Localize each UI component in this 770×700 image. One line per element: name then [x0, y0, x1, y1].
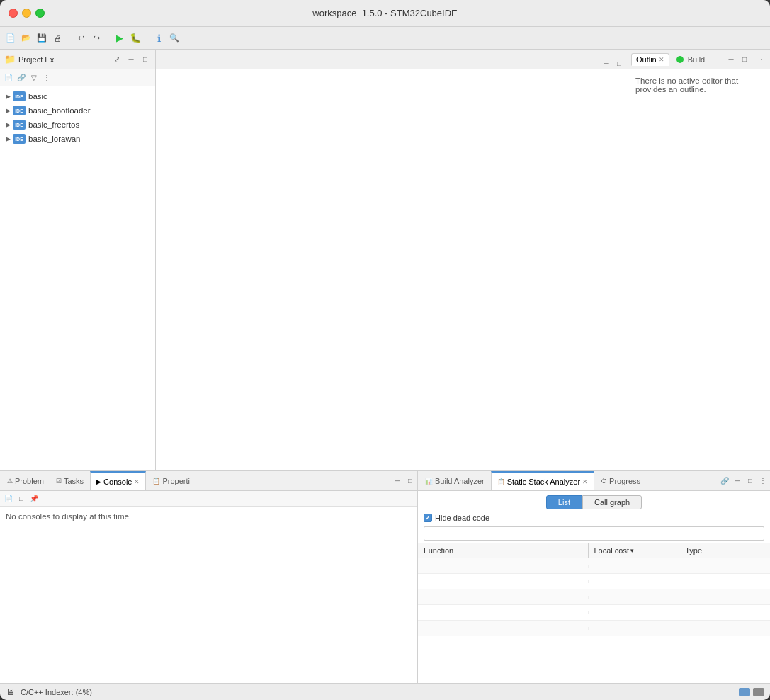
tab-properties[interactable]: 📋 Properti	[147, 471, 196, 490]
redo-button[interactable]: ↪	[89, 30, 104, 46]
toolbar-build-group: ▶ 🐛	[112, 30, 143, 46]
right-panel-more[interactable]: ⋮	[756, 54, 767, 65]
sidebar-minimize-icon[interactable]: ─	[125, 54, 137, 65]
open-console-icon[interactable]: □	[16, 493, 27, 504]
table-row[interactable]	[418, 621, 770, 636]
status-icons	[739, 688, 764, 696]
open-button[interactable]: 📂	[18, 30, 34, 46]
stack-more-icon[interactable]: ⋮	[757, 475, 769, 487]
tree-label-basic: basic	[28, 92, 47, 101]
new-button[interactable]: 📄	[3, 30, 18, 46]
td-localcost-5	[589, 627, 680, 630]
stack-tab-close[interactable]: ✕	[582, 478, 588, 485]
status-icon-1[interactable]	[739, 688, 750, 696]
tree-item-basic-lorawan[interactable]: ▶ IDE basic_lorawan	[0, 132, 155, 146]
tab-problem[interactable]: ⚠ Problem	[1, 471, 50, 490]
save-button[interactable]: 💾	[34, 30, 50, 46]
tree-arrow-lorawan: ▶	[6, 135, 13, 142]
console-sub-toolbar: 📄 □ 📌	[0, 491, 417, 507]
col-localcost-label: Local cost	[594, 546, 630, 555]
right-panel-tabs: Outlin ✕ Build ─ □ ⋮	[628, 50, 770, 69]
hide-dead-code-label[interactable]: Hide dead code	[435, 514, 489, 522]
sidebar-link-icon[interactable]: 🔗	[16, 72, 27, 84]
td-localcost-1	[589, 565, 680, 568]
table-row[interactable]	[418, 558, 770, 574]
tree-label-lorawan: basic_lorawan	[28, 135, 81, 143]
search-button[interactable]: 🔍	[166, 30, 182, 46]
console-tab-close[interactable]: ✕	[134, 478, 140, 485]
sidebar-title: Project Ex	[18, 55, 108, 64]
sep2	[108, 32, 108, 45]
console-panel: ⚠ Problem ☑ Tasks ▶ Console ✕ 📋 Prope	[0, 471, 418, 683]
hide-dead-code-checkbox[interactable]	[424, 514, 432, 522]
console-maximize-icon[interactable]: □	[404, 475, 416, 487]
editor-header-icons: ─ □	[601, 57, 628, 69]
minimize-button[interactable]	[22, 9, 31, 18]
console-tab-label: Console	[103, 478, 132, 486]
td-localcost-2	[589, 580, 680, 583]
td-type-4	[679, 611, 770, 614]
toolbar-misc-group: ℹ 🔍	[151, 30, 182, 46]
right-panel-maximize[interactable]: □	[739, 54, 750, 65]
table-header: Function Local cost ▾ Type	[418, 543, 770, 558]
window-title: workspace_1.5.0 - STM32CubeIDE	[312, 8, 457, 18]
sort-arrow[interactable]: ▾	[630, 547, 634, 554]
function-search-input[interactable]	[424, 526, 764, 541]
undo-button[interactable]: ↩	[73, 30, 89, 46]
editor-minimize-icon[interactable]: ─	[601, 57, 612, 69]
outline-empty-message: There is no active editor that provides …	[635, 77, 738, 94]
filter-row: Hide dead code	[418, 514, 770, 526]
tree-arrow-freertos: ▶	[6, 121, 13, 128]
stack-content: List Call graph Hide dead code Function	[418, 491, 770, 683]
table-row[interactable]	[418, 589, 770, 605]
tab-build[interactable]: Build	[672, 54, 709, 65]
callgraph-view-button[interactable]: Call graph	[582, 495, 642, 509]
bottom-section: ⚠ Problem ☑ Tasks ▶ Console ✕ 📋 Prope	[0, 470, 770, 683]
editor-area: ─ □	[156, 50, 628, 470]
console-header-icons: ─ □	[392, 475, 416, 487]
tab-tasks[interactable]: ☑ Tasks	[50, 471, 89, 490]
stack-maximize-icon[interactable]: □	[744, 475, 756, 487]
pin-console-icon[interactable]: 📌	[28, 493, 40, 504]
console-empty-message: No consoles to display at this time.	[6, 512, 131, 521]
table-row[interactable]	[418, 605, 770, 621]
print-button[interactable]: 🖨	[50, 30, 65, 46]
editor-content[interactable]	[156, 69, 628, 470]
outline-content: There is no active editor that provides …	[628, 69, 770, 470]
sidebar-filter-icon[interactable]: ▽	[28, 72, 40, 84]
tab-outline[interactable]: Outlin ✕	[631, 53, 669, 66]
tree-item-basic-freertos[interactable]: ▶ IDE basic_freertos	[0, 118, 155, 132]
console-minimize-icon[interactable]: ─	[392, 475, 403, 487]
sep1	[69, 32, 69, 45]
sidebar-new-icon[interactable]: 📄	[3, 72, 14, 84]
sidebar-header: 📁 Project Ex ⤢ ─ □	[0, 50, 155, 69]
status-icon-2[interactable]	[753, 688, 764, 696]
right-panel-minimize[interactable]: ─	[725, 54, 737, 65]
new-console-icon[interactable]: 📄	[3, 493, 14, 504]
build-button[interactable]: ▶	[112, 30, 128, 46]
sidebar-maximize-icon[interactable]: ⤢	[111, 54, 123, 65]
tab-progress[interactable]: ⏱ Progress	[595, 471, 646, 490]
stack-new-icon[interactable]: 🔗	[719, 475, 730, 487]
top-section: 📁 Project Ex ⤢ ─ □ 📄 🔗 ▽ ⋮ ▶ IDE b	[0, 50, 770, 470]
debug-button[interactable]: 🐛	[128, 30, 143, 46]
sidebar-close-icon[interactable]: □	[140, 54, 151, 65]
tab-static-stack-analyzer[interactable]: 📋 Static Stack Analyzer ✕	[491, 471, 594, 490]
outline-tab-close[interactable]: ✕	[659, 56, 664, 63]
tree-item-basic[interactable]: ▶ IDE basic	[0, 89, 155, 103]
tree-item-basic-bootloader[interactable]: ▶ IDE basic_bootloader	[0, 103, 155, 118]
maximize-button[interactable]	[35, 9, 45, 18]
info-button[interactable]: ℹ	[151, 30, 166, 46]
td-function-1	[418, 565, 589, 568]
close-button[interactable]	[9, 9, 18, 18]
td-function-2	[418, 580, 589, 583]
list-view-button[interactable]: List	[546, 495, 582, 509]
editor-maximize-icon[interactable]: □	[613, 57, 625, 69]
tab-build-analyzer[interactable]: 📊 Build Analyzer	[419, 471, 490, 490]
sidebar-more-icon[interactable]: ⋮	[41, 72, 52, 84]
progress-tab-label: Progress	[609, 477, 640, 485]
stack-minimize-icon[interactable]: ─	[732, 475, 743, 487]
table-row[interactable]	[418, 574, 770, 589]
tab-console[interactable]: ▶ Console ✕	[90, 471, 146, 490]
main-toolbar: 📄 📂 💾 🖨 ↩ ↪ ▶ 🐛 ℹ 🔍	[0, 27, 770, 50]
